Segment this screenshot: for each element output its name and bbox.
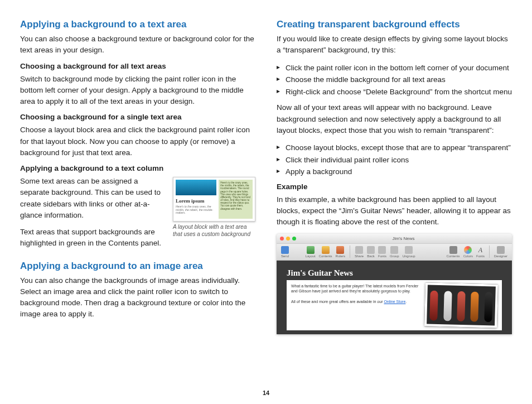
list-item: Click the paint roller icon in the botto… xyxy=(277,62,512,74)
toolbar-layout: Layout xyxy=(306,246,316,258)
steps-list-2: Choose layout blocks, except those that … xyxy=(277,142,512,178)
article-p1: What a fantastic time to be a guitar pla… xyxy=(291,284,418,293)
paragraph: Switch to background mode by clicking th… xyxy=(20,74,255,108)
toolbar-ungroup: Ungroup xyxy=(403,246,415,258)
article-card: What a fantastic time to be a guitar pla… xyxy=(287,280,502,330)
heading-transparent-bg: Creating transparent background effects xyxy=(277,19,512,30)
share-icon xyxy=(355,246,363,254)
page-number: 14 xyxy=(0,389,532,396)
app-canvas: Jim's Guitar News What a fantastic time … xyxy=(277,261,512,334)
figure-layout-block: Lorem ipsum Here's to the crazy ones, th… xyxy=(173,177,255,238)
layout-icon xyxy=(307,246,315,254)
designer-icon xyxy=(497,246,505,254)
figure-sidebar-text: Here's to the crazy ones, the misfits, t… xyxy=(219,180,253,219)
article-photo xyxy=(424,282,498,328)
list-item: Apply a background xyxy=(277,166,512,178)
article-title: Jim's Guitar News xyxy=(287,268,502,278)
ungroup-icon xyxy=(405,246,413,254)
paragraph: You can also change the backgrounds of i… xyxy=(20,275,255,320)
heading-apply-bg-image-area: Applying a background to an image area xyxy=(20,261,255,272)
guitar-icon xyxy=(443,291,452,321)
subheading-all-text-areas: Choosing a background for all text areas xyxy=(20,62,255,70)
colors-icon xyxy=(464,246,472,254)
send-icon xyxy=(281,246,289,254)
online-store-link: Online Store xyxy=(384,300,405,304)
toolbar-send: Send xyxy=(281,246,289,258)
toolbar-contents-right: Contents xyxy=(447,246,460,258)
toolbar-fonts: Fonts xyxy=(378,246,386,258)
back-icon xyxy=(367,246,375,254)
contents-icon xyxy=(322,246,330,254)
subheading-text-column: Applying a background to a text column xyxy=(20,164,255,172)
list-item: Right-click and choose “Delete Backgroun… xyxy=(277,86,512,98)
paragraph: If you would like to create design effec… xyxy=(277,33,512,56)
toolbar-share: Share xyxy=(355,246,364,258)
steps-list-1: Click the paint roller icon in the botto… xyxy=(277,62,512,98)
guitar-icon xyxy=(471,291,479,321)
toolbar-back: Back xyxy=(367,246,375,258)
zoom-icon xyxy=(292,237,296,241)
window-titlebar: Jim's News xyxy=(277,234,512,244)
subheading-single-text-area: Choosing a background for a single text … xyxy=(20,113,255,121)
paragraph: Choose a layout block area and click the… xyxy=(20,124,255,158)
list-item: Choose layout blocks, except those that … xyxy=(277,142,512,154)
figure-banner xyxy=(176,180,216,195)
guitar-icon xyxy=(457,291,465,321)
figure-lorem-text: Here's to the crazy ones, the misfits, t… xyxy=(176,205,216,215)
toolbar: Send Layout Contents Rulers Share Back F… xyxy=(277,244,512,261)
paragraph: In this example, a white background has … xyxy=(277,194,512,228)
toolbar-fonts-right: AFonts xyxy=(476,246,485,258)
toolbar-designer: Designer xyxy=(494,246,507,258)
toolbar-rulers: Rulers xyxy=(336,246,345,258)
fonts-icon: A xyxy=(476,246,484,254)
close-icon xyxy=(280,237,284,241)
figure-thumbnail: Lorem ipsum Here's to the crazy ones, th… xyxy=(173,177,255,222)
figure-lorem-title: Lorem ipsum xyxy=(176,198,216,204)
guitar-icon xyxy=(484,292,492,322)
rulers-icon xyxy=(336,246,344,254)
paragraph: You can also choose a background texture… xyxy=(20,33,255,56)
subheading-example: Example xyxy=(277,182,512,191)
list-item: Click their individual paint roller icon… xyxy=(277,154,512,166)
window-title: Jim's News xyxy=(392,236,414,241)
article-p2b: . xyxy=(405,300,407,304)
list-item: Choose the middle background for all tex… xyxy=(277,74,512,86)
heading-apply-bg-text-area: Applying a background to a text area xyxy=(20,19,255,30)
contents-icon xyxy=(449,246,457,254)
figure-caption: A layout block with a text area that use… xyxy=(173,224,250,237)
toolbar-colors: Colors xyxy=(463,246,473,258)
fonts-icon xyxy=(378,246,386,254)
article-p2a: All of these and more great offers are a… xyxy=(291,300,384,304)
toolbar-contents: Contents xyxy=(319,246,332,258)
paragraph: Now all of your text areas will appear w… xyxy=(277,102,512,136)
toolbar-group: Group xyxy=(390,246,399,258)
article-text: What a fantastic time to be a guitar pla… xyxy=(291,283,420,327)
figure-app-window: Jim's News Send Layout Contents Rulers S… xyxy=(277,234,512,334)
minimize-icon xyxy=(286,237,290,241)
group-icon xyxy=(390,246,398,254)
guitar-icon xyxy=(429,290,438,320)
